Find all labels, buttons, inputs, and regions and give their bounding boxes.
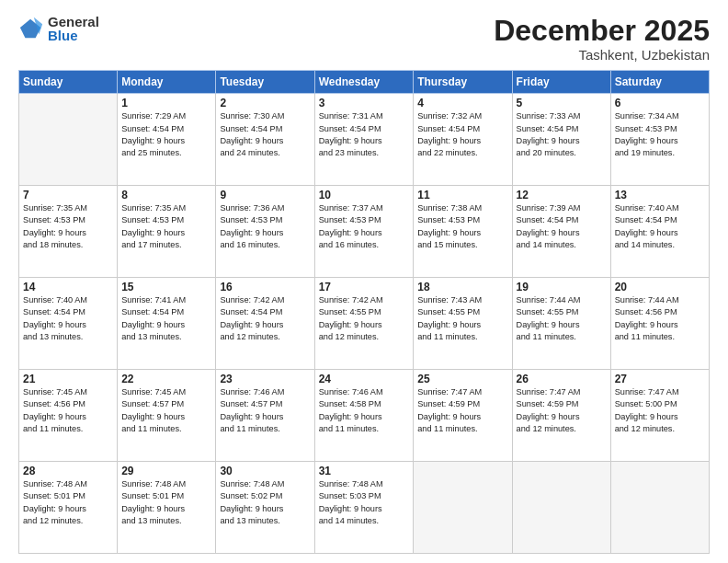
day-number: 8 [121,189,211,201]
day-info: Sunrise: 7:36 AM Sunset: 4:53 PM Dayligh… [220,202,310,251]
calendar-cell: 18Sunrise: 7:43 AM Sunset: 4:55 PM Dayli… [414,278,512,370]
logo-general-label: General [48,15,99,29]
calendar-table: Sunday Monday Tuesday Wednesday Thursday… [18,70,710,554]
day-number: 17 [319,281,410,293]
day-number: 3 [319,97,410,109]
calendar-cell: 19Sunrise: 7:44 AM Sunset: 4:55 PM Dayli… [512,278,610,370]
day-number: 7 [23,189,113,201]
day-number: 16 [220,281,310,293]
calendar-cell: 15Sunrise: 7:41 AM Sunset: 4:54 PM Dayli… [118,278,216,370]
day-info: Sunrise: 7:35 AM Sunset: 4:53 PM Dayligh… [121,202,211,251]
col-tuesday: Tuesday [216,71,314,94]
day-number: 19 [517,281,607,293]
day-number: 27 [615,373,705,385]
calendar-cell [512,462,610,554]
day-info: Sunrise: 7:48 AM Sunset: 5:01 PM Dayligh… [121,478,211,527]
page: General Blue December 2025 Tashkent, Uzb… [0,0,728,563]
day-number: 20 [615,281,705,293]
day-number: 24 [319,373,410,385]
day-info: Sunrise: 7:47 AM Sunset: 5:00 PM Dayligh… [615,386,705,435]
day-number: 25 [417,373,507,385]
calendar-cell: 6Sunrise: 7:34 AM Sunset: 4:53 PM Daylig… [610,94,709,186]
col-saturday: Saturday [610,71,709,94]
day-number: 31 [319,465,410,477]
calendar-cell: 16Sunrise: 7:42 AM Sunset: 4:54 PM Dayli… [216,278,314,370]
day-number: 23 [220,373,310,385]
calendar-cell: 11Sunrise: 7:38 AM Sunset: 4:53 PM Dayli… [414,186,512,278]
calendar-cell: 24Sunrise: 7:46 AM Sunset: 4:58 PM Dayli… [314,370,414,462]
week-row-3: 14Sunrise: 7:40 AM Sunset: 4:54 PM Dayli… [19,278,710,370]
day-number: 14 [23,281,113,293]
col-friday: Friday [512,71,610,94]
day-info: Sunrise: 7:33 AM Sunset: 4:54 PM Dayligh… [517,110,607,159]
day-number: 5 [517,97,607,109]
calendar-cell [414,462,512,554]
calendar-cell: 14Sunrise: 7:40 AM Sunset: 4:54 PM Dayli… [19,278,118,370]
day-number: 29 [121,465,211,477]
calendar-cell: 5Sunrise: 7:33 AM Sunset: 4:54 PM Daylig… [512,94,610,186]
calendar-cell: 9Sunrise: 7:36 AM Sunset: 4:53 PM Daylig… [216,186,314,278]
calendar-cell [19,94,118,186]
calendar-cell: 4Sunrise: 7:32 AM Sunset: 4:54 PM Daylig… [414,94,512,186]
calendar-cell: 8Sunrise: 7:35 AM Sunset: 4:53 PM Daylig… [118,186,216,278]
title-block: December 2025 Tashkent, Uzbekistan [494,15,710,63]
calendar-header-row: Sunday Monday Tuesday Wednesday Thursday… [19,71,710,94]
day-info: Sunrise: 7:41 AM Sunset: 4:54 PM Dayligh… [121,294,211,343]
day-number: 2 [220,97,310,109]
day-number: 4 [417,97,507,109]
day-info: Sunrise: 7:31 AM Sunset: 4:54 PM Dayligh… [319,110,410,159]
month-title: December 2025 [494,15,710,47]
calendar-cell: 30Sunrise: 7:48 AM Sunset: 5:02 PM Dayli… [216,462,314,554]
day-info: Sunrise: 7:29 AM Sunset: 4:54 PM Dayligh… [121,110,211,159]
week-row-1: 1Sunrise: 7:29 AM Sunset: 4:54 PM Daylig… [19,94,710,186]
calendar-cell: 1Sunrise: 7:29 AM Sunset: 4:54 PM Daylig… [118,94,216,186]
day-info: Sunrise: 7:40 AM Sunset: 4:54 PM Dayligh… [23,294,113,343]
day-number: 15 [121,281,211,293]
day-info: Sunrise: 7:47 AM Sunset: 4:59 PM Dayligh… [517,386,607,435]
calendar-cell: 20Sunrise: 7:44 AM Sunset: 4:56 PM Dayli… [610,278,709,370]
day-info: Sunrise: 7:42 AM Sunset: 4:54 PM Dayligh… [220,294,310,343]
day-number: 10 [319,189,410,201]
day-info: Sunrise: 7:47 AM Sunset: 4:59 PM Dayligh… [417,386,507,435]
day-number: 1 [121,97,211,109]
col-monday: Monday [118,71,216,94]
day-info: Sunrise: 7:37 AM Sunset: 4:53 PM Dayligh… [319,202,410,251]
header: General Blue December 2025 Tashkent, Uzb… [18,15,710,63]
calendar-cell: 27Sunrise: 7:47 AM Sunset: 5:00 PM Dayli… [610,370,709,462]
day-number: 11 [417,189,507,201]
day-info: Sunrise: 7:45 AM Sunset: 4:56 PM Dayligh… [23,386,113,435]
calendar-cell: 29Sunrise: 7:48 AM Sunset: 5:01 PM Dayli… [118,462,216,554]
calendar-cell: 25Sunrise: 7:47 AM Sunset: 4:59 PM Dayli… [414,370,512,462]
day-number: 9 [220,189,310,201]
calendar-cell: 21Sunrise: 7:45 AM Sunset: 4:56 PM Dayli… [19,370,118,462]
logo-icon [18,16,44,41]
day-info: Sunrise: 7:48 AM Sunset: 5:01 PM Dayligh… [23,478,113,527]
week-row-2: 7Sunrise: 7:35 AM Sunset: 4:53 PM Daylig… [19,186,710,278]
location-subtitle: Tashkent, Uzbekistan [494,47,710,63]
calendar-cell: 17Sunrise: 7:42 AM Sunset: 4:55 PM Dayli… [314,278,414,370]
day-info: Sunrise: 7:45 AM Sunset: 4:57 PM Dayligh… [121,386,211,435]
day-info: Sunrise: 7:39 AM Sunset: 4:54 PM Dayligh… [517,202,607,251]
day-number: 26 [517,373,607,385]
calendar-cell: 28Sunrise: 7:48 AM Sunset: 5:01 PM Dayli… [19,462,118,554]
day-number: 12 [517,189,607,201]
day-info: Sunrise: 7:34 AM Sunset: 4:53 PM Dayligh… [615,110,705,159]
day-number: 21 [23,373,113,385]
calendar-cell: 22Sunrise: 7:45 AM Sunset: 4:57 PM Dayli… [118,370,216,462]
calendar-cell [610,462,709,554]
day-info: Sunrise: 7:44 AM Sunset: 4:56 PM Dayligh… [615,294,705,343]
calendar-cell: 2Sunrise: 7:30 AM Sunset: 4:54 PM Daylig… [216,94,314,186]
logo-blue-label: Blue [48,29,99,42]
day-number: 13 [615,189,705,201]
calendar-cell: 13Sunrise: 7:40 AM Sunset: 4:54 PM Dayli… [610,186,709,278]
day-info: Sunrise: 7:40 AM Sunset: 4:54 PM Dayligh… [615,202,705,251]
logo-text: General Blue [48,15,99,42]
col-sunday: Sunday [19,71,118,94]
week-row-4: 21Sunrise: 7:45 AM Sunset: 4:56 PM Dayli… [19,370,710,462]
week-row-5: 28Sunrise: 7:48 AM Sunset: 5:01 PM Dayli… [19,462,710,554]
calendar-cell: 3Sunrise: 7:31 AM Sunset: 4:54 PM Daylig… [314,94,414,186]
calendar-cell: 7Sunrise: 7:35 AM Sunset: 4:53 PM Daylig… [19,186,118,278]
calendar-cell: 23Sunrise: 7:46 AM Sunset: 4:57 PM Dayli… [216,370,314,462]
day-info: Sunrise: 7:43 AM Sunset: 4:55 PM Dayligh… [417,294,507,343]
day-info: Sunrise: 7:48 AM Sunset: 5:03 PM Dayligh… [319,478,410,527]
